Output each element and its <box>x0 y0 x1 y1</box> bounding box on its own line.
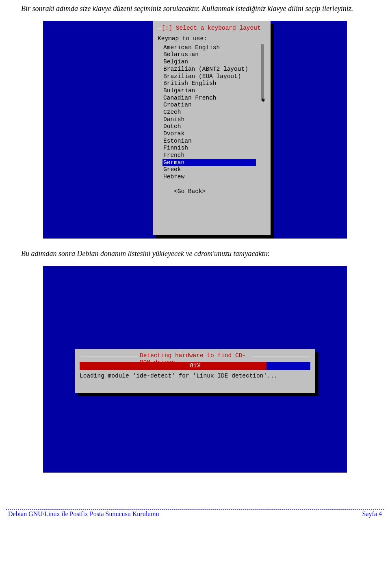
mid-paragraph: Bu adımdan sonra Debian donanım listesin… <box>10 249 380 258</box>
installer-background: Detecting hardware to find CD-ROM drives… <box>43 266 347 473</box>
list-item[interactable]: Estonian <box>163 138 266 145</box>
dialog-shadow <box>271 24 274 239</box>
dialog-title-bar: Detecting hardware to find CD-ROM drives <box>80 352 310 360</box>
intro-paragraph: Bir sonraki adımda size klavye düzeni se… <box>10 4 380 13</box>
screenshot-detecting-hardware: Detecting hardware to find CD-ROM drives… <box>43 266 347 473</box>
list-item[interactable]: Canadian French <box>163 95 266 102</box>
list-item[interactable]: Brazilian (ABNT2 layout) <box>163 66 266 73</box>
dialog-title: [!] Select a keyboard layout <box>162 25 261 32</box>
list-item[interactable]: Finnish <box>163 145 266 152</box>
list-item[interactable]: Dutch <box>163 123 266 130</box>
list-item[interactable]: Croatian <box>163 102 266 109</box>
list-item[interactable]: Hebrew <box>163 174 266 181</box>
title-line-left <box>158 26 162 30</box>
list-item[interactable]: American English <box>163 44 266 52</box>
list-item[interactable]: Brazilian (EUA layout) <box>163 73 266 80</box>
go-back-button[interactable]: <Go Back> <box>174 188 266 195</box>
progress-bar: 81% <box>80 362 310 370</box>
list-item[interactable]: Belgian <box>163 59 266 66</box>
dialog-shadow <box>156 235 274 239</box>
list-item[interactable]: French <box>163 152 266 159</box>
list-item[interactable]: Danish <box>163 116 266 124</box>
screenshot-keyboard-layout: [!] Select a keyboard layout Keymap to u… <box>43 21 347 239</box>
scroll-indicator: # <box>262 97 265 104</box>
keymap-list[interactable]: # American EnglishBelarusianBelgianBrazi… <box>163 44 266 181</box>
dialog-shadow <box>78 393 318 396</box>
scrollbar[interactable] <box>261 44 264 100</box>
footer-left: Debian GNU\Linux ile Postfix Posta Sunuc… <box>8 510 159 518</box>
status-text: Loading module 'ide-detect' for 'Linux I… <box>80 373 310 380</box>
progress-percent: 81% <box>80 362 310 369</box>
list-item[interactable]: Czech <box>163 109 266 116</box>
list-item[interactable]: British English <box>163 80 266 87</box>
page-footer: Debian GNU\Linux ile Postfix Posta Sunuc… <box>6 510 384 519</box>
dialog-shadow <box>315 352 318 396</box>
keymap-label: Keymap to use: <box>158 35 266 43</box>
list-item[interactable]: Greek <box>163 166 266 174</box>
keyboard-layout-dialog: [!] Select a keyboard layout Keymap to u… <box>153 21 271 235</box>
footer-separator <box>6 509 384 510</box>
installer-background: [!] Select a keyboard layout Keymap to u… <box>43 21 347 239</box>
footer-right: Sayfa 4 <box>362 510 382 518</box>
list-item[interactable]: German <box>162 159 256 167</box>
dialog-title-bar: [!] Select a keyboard layout <box>158 25 266 32</box>
list-item[interactable]: Belarusian <box>163 51 266 59</box>
detecting-hardware-dialog: Detecting hardware to find CD-ROM drives… <box>75 349 315 393</box>
list-item[interactable]: Bulgarian <box>163 87 266 95</box>
list-item[interactable]: Dvorak <box>163 130 266 138</box>
